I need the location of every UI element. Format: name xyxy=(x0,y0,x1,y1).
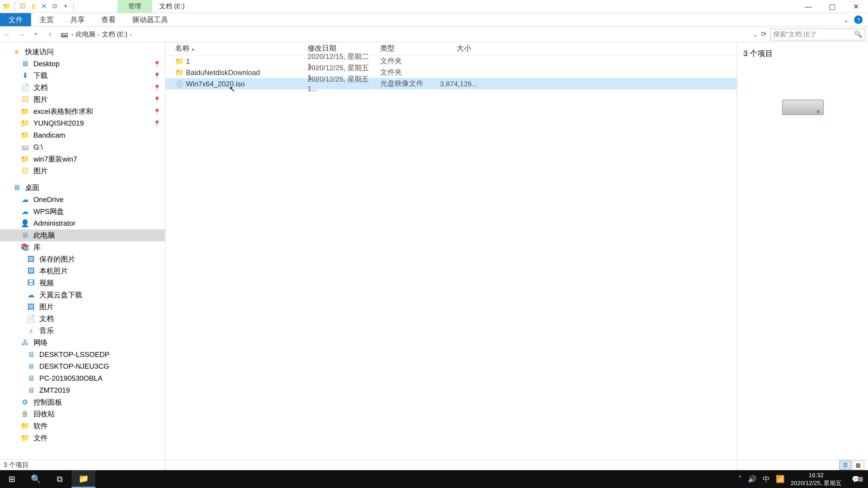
nav-item[interactable]: 🎞视频 xyxy=(0,277,165,289)
qa-gear-icon[interactable]: ⚙ xyxy=(51,2,59,10)
minimize-button[interactable]: — xyxy=(796,0,820,13)
nav-item[interactable]: 🖥DESKTOP-LSSOEDP xyxy=(0,349,165,361)
column-name[interactable]: 名称▲ xyxy=(175,43,307,54)
search-icon[interactable]: 🔍 xyxy=(854,30,863,38)
qa-close-icon[interactable]: ✕ xyxy=(40,2,49,10)
ribbon-tab-view[interactable]: 查看 xyxy=(93,13,124,26)
nav-this-pc[interactable]: 🖥此电脑 xyxy=(0,229,165,241)
nav-desktop[interactable]: 🖥桌面 xyxy=(0,182,165,194)
nav-item[interactable]: 📁Bandicam xyxy=(0,129,165,141)
nav-item[interactable]: 🖴G:\ xyxy=(0,141,165,153)
ribbon-tab-drive-tools[interactable]: 驱动器工具 xyxy=(124,13,176,26)
view-details-button[interactable]: ☰ xyxy=(839,460,851,470)
ribbon-tab-home[interactable]: 主页 xyxy=(31,13,62,26)
nav-up-button[interactable]: ↑ xyxy=(43,31,57,38)
cloud-icon: ☁ xyxy=(26,291,36,299)
file-type: 文件夹 xyxy=(380,56,440,66)
start-button[interactable]: ⊞ xyxy=(0,470,24,488)
nav-item[interactable]: 📄文档📍 xyxy=(0,82,165,94)
nav-item[interactable]: 🖥PC-20190530OBLA xyxy=(0,372,165,384)
chevron-right-icon[interactable]: › xyxy=(130,31,131,37)
file-name: BaiduNetdiskDownload xyxy=(186,68,308,76)
clock-time: 16:32 xyxy=(791,471,842,479)
nav-item[interactable]: 🖼图片 xyxy=(0,165,165,177)
nav-item[interactable]: ☁OneDrive xyxy=(0,194,165,205)
breadcrumb-this-pc[interactable]: 此电脑 xyxy=(76,30,95,39)
nav-item[interactable]: 📁软件 xyxy=(0,420,165,432)
clock-date: 2020/12/25, 星期五 xyxy=(791,479,842,487)
nav-item[interactable]: 👤Administrator xyxy=(0,218,165,230)
file-list-area[interactable]: 名称▲ 修改日期 类型 大小 📁 1 2020/12/15, 星期二 1... … xyxy=(166,42,737,477)
qa-dropdown-icon[interactable]: ▾ xyxy=(61,2,70,10)
file-row[interactable]: 📁 BaiduNetdiskDownload 2020/12/25, 星期五 1… xyxy=(166,67,737,78)
search-taskbar-button[interactable]: 🔍 xyxy=(24,470,48,488)
nav-item[interactable]: 🖥Desktop📍 xyxy=(0,58,165,70)
taskbar-file-explorer[interactable]: 📁 xyxy=(71,470,95,488)
nav-item[interactable]: 🖼保存的图片 xyxy=(0,253,165,265)
nav-item[interactable]: 📁win7重装win7 xyxy=(0,153,165,165)
ribbon-expand-icon[interactable]: ⌄ xyxy=(843,16,849,24)
pin-icon: 📍 xyxy=(153,61,160,67)
nav-item[interactable]: 🖥ZMT2019 xyxy=(0,384,165,396)
drive-icon: 🖴 xyxy=(20,143,30,151)
chevron-right-icon[interactable]: › xyxy=(71,31,73,37)
qa-checkbox-icon[interactable]: ☑ xyxy=(19,2,27,10)
qa-folder-icon[interactable]: ▮ xyxy=(29,2,37,10)
nav-network[interactable]: 🖧网络 xyxy=(0,337,165,349)
nav-item[interactable]: ☁WPS网盘 xyxy=(0,205,165,218)
pin-icon: 📍 xyxy=(153,120,160,127)
nav-back-button[interactable]: ← xyxy=(0,31,14,38)
breadcrumb-drive-icon: 🖴 xyxy=(60,30,69,39)
nav-item[interactable]: 📁文件 xyxy=(0,432,165,444)
nav-item[interactable]: 🖼图片📍 xyxy=(0,94,165,105)
ribbon-tab-file[interactable]: 文件 xyxy=(0,13,31,26)
network-tray-icon[interactable]: 📶 xyxy=(776,475,785,483)
nav-item[interactable]: 📁excel表格制作求和📍 xyxy=(0,105,165,118)
column-size[interactable]: 大小 xyxy=(440,43,475,54)
file-row[interactable]: 📁 1 2020/12/15, 星期二 1... 文件夹 xyxy=(166,55,737,67)
navigation-pane[interactable]: ★快速访问 🖥Desktop📍 ⬇下载📍 📄文档📍 🖼图片📍 📁excel表格制… xyxy=(0,42,166,477)
view-icons-button[interactable]: ▦ xyxy=(852,460,864,470)
task-view-button[interactable]: ⧉ xyxy=(48,470,71,488)
nav-recycle-bin[interactable]: 🗑回收站 xyxy=(0,408,165,420)
action-center-button[interactable]: 💬 3 xyxy=(848,475,864,483)
nav-item[interactable]: 📁YUNQISHI2019📍 xyxy=(0,117,165,129)
nav-libraries[interactable]: 📚库 xyxy=(0,241,165,253)
nav-item[interactable]: ⬇下载📍 xyxy=(0,70,165,82)
nav-item[interactable]: 📄文档 xyxy=(0,313,165,325)
nav-item[interactable]: 🖼本机照片 xyxy=(0,265,165,277)
nav-quick-access[interactable]: ★快速访问 xyxy=(0,46,165,58)
search-box[interactable]: 搜索"文档 (E:)" 🔍 xyxy=(770,28,866,40)
address-history-dropdown[interactable]: ⌄ xyxy=(753,31,758,37)
breadcrumb-current[interactable]: 文档 (E:) xyxy=(102,30,127,39)
taskbar-clock[interactable]: 16:32 2020/12/25, 星期五 xyxy=(791,471,842,487)
pc-icon: 🖥 xyxy=(26,386,36,394)
folder-icon: 📁 xyxy=(20,422,30,430)
pc-icon: 🖥 xyxy=(26,374,36,383)
contextual-tab-drive-tools[interactable]: 管理 xyxy=(117,0,152,13)
ime-indicator[interactable]: 中 xyxy=(763,474,770,484)
document-icon: 📄 xyxy=(20,84,30,92)
close-button[interactable]: ✕ xyxy=(844,0,868,13)
nav-forward-button[interactable]: → xyxy=(14,31,29,38)
picture-icon: 🖼 xyxy=(26,267,36,275)
maximize-button[interactable]: ▢ xyxy=(820,0,844,13)
help-button[interactable]: ? xyxy=(852,14,864,26)
pc-icon: 🖥 xyxy=(26,350,36,359)
file-row-selected[interactable]: 💿 Win7x64_2020.iso 2020/12/25, 星期五 1... … xyxy=(166,78,737,89)
refresh-button[interactable]: ⟳ xyxy=(761,30,767,38)
volume-icon[interactable]: 🔊 xyxy=(748,475,757,483)
nav-item[interactable]: ☁天翼云盘下载 xyxy=(0,289,165,301)
sort-indicator-icon: ▲ xyxy=(191,46,195,52)
file-type: 文件夹 xyxy=(380,67,440,77)
nav-control-panel[interactable]: ⚙控制面板 xyxy=(0,396,165,408)
nav-item[interactable]: ♪音乐 xyxy=(0,325,165,337)
ribbon-tab-share[interactable]: 共享 xyxy=(62,13,93,26)
chevron-right-icon[interactable]: › xyxy=(98,31,99,37)
nav-item[interactable]: 🖥DESKTOP-NJEU3CG xyxy=(0,360,165,372)
tray-overflow-icon[interactable]: ˄ xyxy=(738,475,742,483)
column-type[interactable]: 类型 xyxy=(380,43,440,54)
nav-recent-dropdown[interactable]: ▾ xyxy=(29,32,43,37)
nav-item[interactable]: 🖼图片 xyxy=(0,301,165,313)
breadcrumb-bar[interactable]: 🖴 › 此电脑 › 文档 (E:) › xyxy=(57,30,753,39)
